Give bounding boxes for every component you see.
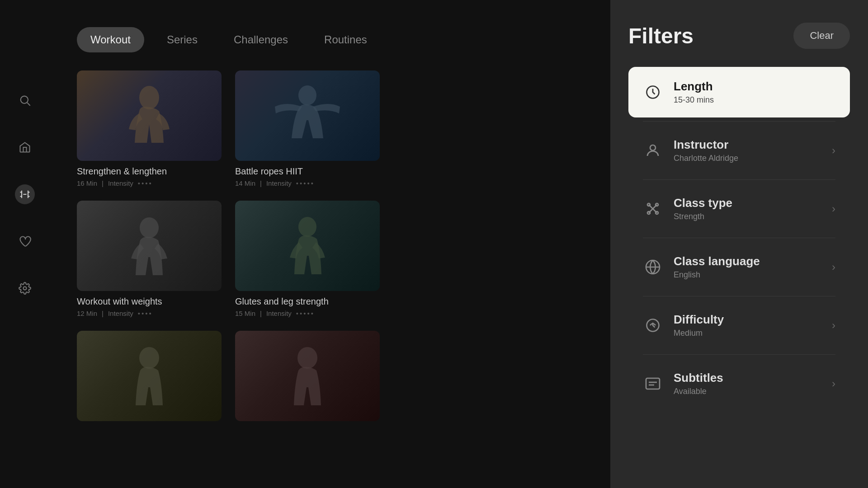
filter-header: Filters Clear [628,23,850,49]
filter-panel: Filters Clear Length 15-30 mins Instruct… [610,0,868,488]
tab-routines[interactable]: Routines [311,27,381,52]
language-icon [643,257,663,277]
filter-subtitles-title: Subtitles [674,371,832,385]
svg-point-2 [24,287,27,290]
svg-point-4 [298,85,316,105]
sidebar-icon-home[interactable] [15,137,35,157]
subtitles-icon [643,374,663,394]
divider [643,354,835,355]
svg-point-5 [140,217,159,238]
svg-line-1 [27,103,30,105]
clear-button[interactable]: Clear [793,23,850,49]
filter-title: Filters [628,23,693,48]
filter-length-sub: 15-30 mins [674,95,835,105]
sidebar-icon-workout[interactable] [15,184,35,204]
filter-class-type-title: Class type [674,196,832,210]
filter-item-difficulty[interactable]: Difficulty Medium › [628,300,850,351]
filter-language-title: Class language [674,254,832,268]
workout-card[interactable]: Glutes and leg strength 15 Min | Intensi… [235,201,380,317]
clock-icon [643,82,663,102]
filter-item-subtitles[interactable]: Subtitles Available › [628,358,850,409]
chevron-right-icon: › [832,144,835,157]
chevron-right-icon: › [832,202,835,215]
workout-card[interactable] [77,331,222,421]
filter-difficulty-title: Difficulty [674,313,832,327]
svg-point-10 [650,145,656,150]
svg-point-3 [139,86,159,109]
filter-item-instructor[interactable]: Instructor Charlotte Aldridge › [628,125,850,176]
card-title: Glutes and leg strength [235,296,380,307]
tab-workout[interactable]: Workout [77,27,144,52]
workout-grid: Strengthen & lengthen 16 Min | Intensity… [77,70,610,421]
divider [643,121,835,122]
svg-point-0 [21,96,28,103]
sidebar [0,0,50,488]
instructor-icon [643,141,663,160]
card-meta: 16 Min | Intensity •••• [77,179,222,187]
filter-class-type-sub: Strength [674,212,832,221]
filter-subtitles-sub: Available [674,387,832,396]
card-meta: 15 Min | Intensity ••••• [235,310,380,317]
filter-item-class-language[interactable]: Class language English › [628,242,850,292]
svg-point-7 [139,347,159,369]
filter-length-title: Length [674,80,835,94]
difficulty-icon [643,315,663,335]
card-title: Workout with weights [77,296,222,307]
divider [643,179,835,180]
class-type-icon [643,199,663,219]
svg-point-6 [298,217,316,237]
tabs: Workout Series Challenges Routines [77,27,610,52]
card-title: Strengthen & lengthen [77,166,222,177]
filter-item-length[interactable]: Length 15-30 mins [628,67,850,117]
workout-card[interactable]: Strengthen & lengthen 16 Min | Intensity… [77,70,222,187]
card-meta: 12 Min | Intensity •••• [77,310,222,317]
tab-challenges[interactable]: Challenges [220,27,302,52]
workout-card[interactable]: Battle ropes HIIT 14 Min | Intensity •••… [235,70,380,187]
svg-point-8 [297,347,317,369]
filter-difficulty-sub: Medium [674,328,832,338]
workout-card[interactable]: Workout with weights 12 Min | Intensity … [77,201,222,317]
card-meta: 14 Min | Intensity ••••• [235,179,380,187]
filter-item-class-type[interactable]: Class type Strength › [628,183,850,234]
divider [643,238,835,238]
filter-instructor-sub: Charlotte Aldridge [674,154,832,163]
main-content: Workout Series Challenges Routines Stren… [50,0,610,488]
divider [643,296,835,296]
sidebar-icon-search[interactable] [15,90,35,110]
chevron-right-icon: › [832,377,835,390]
tab-series[interactable]: Series [153,27,211,52]
chevron-right-icon: › [832,319,835,332]
filter-language-sub: English [674,270,832,280]
workout-card[interactable] [235,331,380,421]
svg-rect-18 [646,378,660,389]
filter-instructor-title: Instructor [674,138,832,152]
sidebar-icon-settings[interactable] [15,278,35,298]
card-title: Battle ropes HIIT [235,166,380,177]
sidebar-icon-favorites[interactable] [15,231,35,251]
chevron-right-icon: › [832,261,835,273]
